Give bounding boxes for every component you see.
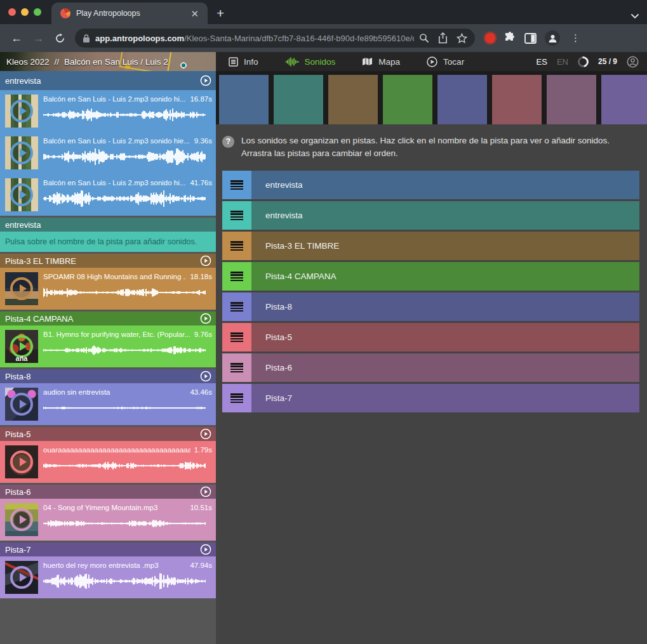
track-color-block[interactable] — [383, 75, 432, 124]
breadcrumb-project[interactable]: Kleos 2022 — [6, 57, 50, 67]
drag-handle[interactable] — [222, 292, 251, 321]
track-row-label[interactable]: Pista-7 — [265, 393, 292, 403]
clip-thumbnail[interactable] — [5, 561, 38, 594]
drag-handle[interactable] — [222, 384, 251, 412]
play-track-icon[interactable] — [200, 371, 211, 382]
url-bar[interactable]: app.antropoloops.com/Kleos-Santa-Marina/… — [75, 29, 475, 48]
track-header[interactable]: Pista-5 — [0, 427, 216, 441]
track-color-block[interactable] — [219, 75, 269, 124]
nav-item-tocar[interactable]: Tocar — [427, 56, 464, 67]
tab-close-icon[interactable]: ✕ — [188, 8, 201, 20]
play-track-icon[interactable] — [200, 255, 211, 266]
zoom-icon[interactable] — [419, 33, 429, 43]
track-header[interactable]: Pista-4 CAMPANA — [0, 312, 216, 325]
track-row-label[interactable]: entrevista — [265, 180, 303, 190]
clip-thumbnail[interactable]: aña — [5, 330, 38, 363]
bookmark-star-icon[interactable] — [457, 33, 467, 44]
track-row-label[interactable]: Pista-3 EL TIMBRE — [265, 241, 339, 251]
extensions-puzzle-icon[interactable] — [504, 32, 516, 44]
track-header[interactable]: entrevista — [0, 218, 216, 232]
track-color-block[interactable] — [437, 75, 487, 124]
nav-item-info[interactable]: Info — [229, 57, 258, 67]
clip-play-icon[interactable] — [10, 450, 33, 473]
clip-play-icon[interactable] — [10, 508, 33, 531]
menu-dots-icon[interactable]: ⋮ — [571, 32, 580, 44]
track-row-label[interactable]: Pista-8 — [265, 302, 292, 312]
browser-tab[interactable]: Play Antropoloops ✕ — [51, 3, 208, 24]
clip-row[interactable]: huerto del rey moro entrevista .mp347.94… — [0, 556, 216, 598]
drag-handle[interactable] — [222, 353, 251, 382]
track-row[interactable]: Pista-6 — [222, 353, 639, 382]
clip-play-icon[interactable] — [10, 183, 33, 206]
clip-row[interactable]: ouaraaaaaaaaaaaaaaaaaaaaaaaaaaaaaaaaaaaa… — [0, 441, 216, 483]
track-row[interactable]: Pista-4 CAMPANA — [222, 262, 639, 291]
track-color-block[interactable] — [274, 75, 323, 124]
clip-thumbnail[interactable] — [5, 503, 38, 536]
track-color-block[interactable] — [328, 75, 378, 124]
clip-row[interactable]: 04 - Song of Yimeng Mountain.mp310.51s — [0, 499, 216, 541]
clip-row[interactable]: Balcón en San Luis - Luis 2.mp3 sonido h… — [0, 90, 216, 132]
clip-play-icon[interactable] — [10, 100, 33, 122]
clip-row[interactable]: SPOAMR 08 High Mountains and Running ...… — [0, 268, 216, 310]
drag-handle[interactable] — [222, 232, 251, 260]
zoom-window-button[interactable] — [34, 8, 41, 16]
reload-button[interactable] — [50, 29, 70, 48]
clip-play-icon[interactable] — [10, 277, 33, 300]
clip-play-icon[interactable] — [10, 566, 33, 589]
clip-thumbnail[interactable] — [5, 272, 38, 305]
clip-thumbnail[interactable] — [5, 95, 38, 128]
back-button[interactable]: ← — [6, 29, 27, 48]
play-track-icon[interactable] — [200, 544, 211, 555]
clip-row[interactable]: aña B1. Hymns for purifying water, Etc. … — [0, 325, 216, 367]
side-panel-icon[interactable] — [524, 33, 537, 44]
play-track-icon[interactable] — [200, 428, 211, 440]
share-icon[interactable] — [438, 32, 448, 44]
record-extension-icon[interactable] — [485, 33, 495, 43]
clip-thumbnail[interactable] — [5, 136, 38, 169]
track-header[interactable]: entrevista — [0, 71, 216, 90]
play-track-icon[interactable] — [200, 486, 211, 497]
lang-en[interactable]: EN — [557, 57, 568, 67]
account-icon[interactable] — [627, 56, 639, 68]
clip-thumbnail[interactable] — [5, 388, 38, 421]
clip-row[interactable]: audion sin entrevista43.46s — [0, 383, 216, 425]
nav-item-sonidos[interactable]: Sonidos — [285, 57, 336, 67]
lang-es[interactable]: ES — [537, 57, 547, 67]
track-row[interactable]: Pista-8 — [222, 292, 639, 321]
drag-handle[interactable] — [222, 323, 251, 352]
nav-item-mapa[interactable]: Mapa — [362, 57, 400, 67]
track-row[interactable]: entrevista — [222, 201, 639, 230]
track-header[interactable]: Pista-6 — [0, 485, 216, 499]
play-track-icon[interactable] — [200, 313, 211, 324]
profile-avatar[interactable] — [545, 30, 560, 46]
new-tab-button[interactable]: + — [217, 6, 224, 21]
play-track-icon[interactable] — [200, 75, 211, 86]
track-row-label[interactable]: entrevista — [265, 211, 303, 220]
forward-button[interactable]: → — [28, 29, 48, 48]
track-row[interactable]: Pista-5 — [222, 323, 639, 352]
track-color-block[interactable] — [492, 75, 542, 124]
track-header[interactable]: Pista-3 EL TIMBRE — [0, 254, 216, 268]
drag-handle[interactable] — [222, 201, 251, 230]
close-window-button[interactable] — [8, 8, 16, 16]
track-row-label[interactable]: Pista-4 CAMPANA — [265, 272, 337, 281]
track-header[interactable]: Pista-7 — [0, 542, 216, 556]
track-row[interactable]: entrevista — [222, 171, 639, 199]
track-row[interactable]: Pista-3 EL TIMBRE — [222, 232, 639, 260]
track-row-label[interactable]: Pista-6 — [265, 363, 292, 372]
clip-thumbnail[interactable] — [5, 445, 38, 478]
clip-play-icon[interactable] — [10, 141, 33, 164]
clip-play-icon[interactable] — [10, 393, 33, 416]
drag-handle[interactable] — [222, 262, 251, 291]
track-row[interactable]: Pista-7 — [222, 384, 639, 412]
tab-overflow-chevron-icon[interactable] — [630, 13, 639, 19]
clip-thumbnail[interactable] — [5, 178, 38, 211]
track-header[interactable]: Pista-8 — [0, 369, 216, 383]
clip-row[interactable]: Balcón en San Luis - Luis 2.mp3 sonido h… — [0, 132, 216, 174]
track-color-block[interactable] — [601, 75, 647, 124]
minimize-window-button[interactable] — [21, 8, 29, 16]
track-color-block[interactable] — [547, 75, 596, 124]
clip-row[interactable]: Balcón en San Luis - Luis 2.mp3 sonido h… — [0, 174, 216, 216]
drag-handle[interactable] — [222, 171, 251, 199]
track-row-label[interactable]: Pista-5 — [265, 332, 292, 342]
